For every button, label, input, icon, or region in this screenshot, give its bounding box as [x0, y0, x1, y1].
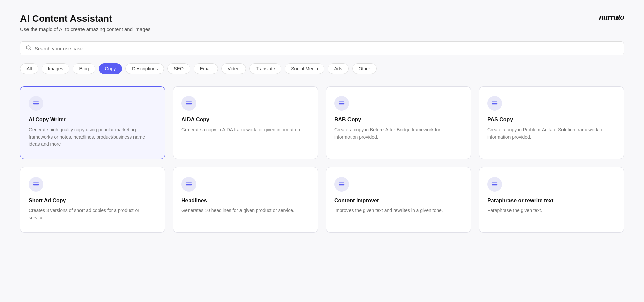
card-icon-headlines	[181, 177, 196, 192]
svg-rect-13	[492, 105, 498, 105]
filter-chip-images[interactable]: Images	[42, 63, 70, 74]
card-title-short-ad-copy: Short Ad Copy	[29, 198, 157, 204]
search-icon	[26, 45, 31, 52]
card-short-ad-copy[interactable]: Short Ad Copy Creates 3 versions of shor…	[20, 167, 165, 233]
filter-chip-all[interactable]: All	[20, 63, 38, 74]
search-input[interactable]	[35, 46, 618, 51]
svg-rect-6	[186, 103, 192, 104]
card-desc-aida-copy: Generate a copy in AIDA framework for gi…	[181, 126, 310, 134]
card-title-headlines: Headlines	[181, 198, 310, 204]
svg-rect-10	[339, 105, 345, 105]
filter-chip-social-media[interactable]: Social Media	[285, 63, 324, 74]
svg-rect-3	[33, 103, 39, 104]
card-bab-copy[interactable]: BAB Copy Create a copy in Before-After-B…	[326, 86, 471, 159]
card-aida-copy[interactable]: AIDA Copy Generate a copy in AIDA framew…	[173, 86, 318, 159]
card-icon-pas-copy	[487, 96, 502, 111]
card-desc-content-improver: Improves the given text and rewrites in …	[334, 207, 463, 214]
filter-bar: AllImagesBlogCopyDescriptionsSEOEmailVid…	[20, 63, 624, 74]
svg-rect-16	[33, 186, 39, 186]
card-title-paraphrase: Paraphrase or rewrite text	[487, 198, 615, 204]
cards-row-1: AI Copy Writer Generate high quality cop…	[20, 86, 624, 159]
svg-rect-9	[339, 103, 345, 104]
filter-chip-ads[interactable]: Ads	[328, 63, 348, 74]
logo: narrato	[599, 12, 624, 22]
svg-rect-11	[492, 102, 498, 102]
filter-chip-seo[interactable]: SEO	[167, 63, 190, 74]
card-desc-ai-copy-writer: Generate high quality copy using popular…	[29, 126, 157, 148]
search-bar	[20, 41, 624, 55]
card-paraphrase[interactable]: Paraphrase or rewrite text Paraphrase th…	[479, 167, 624, 233]
card-headlines[interactable]: Headlines Generates 10 headlines for a g…	[173, 167, 318, 233]
card-icon-paraphrase	[487, 177, 502, 192]
card-desc-headlines: Generates 10 headlines for a given produ…	[181, 207, 310, 214]
svg-rect-15	[33, 184, 39, 185]
svg-rect-25	[492, 186, 498, 186]
svg-rect-8	[339, 102, 345, 102]
svg-rect-24	[492, 184, 498, 185]
svg-rect-21	[339, 184, 345, 185]
svg-rect-5	[186, 102, 192, 102]
filter-chip-blog[interactable]: Blog	[73, 63, 95, 74]
card-title-ai-copy-writer: AI Copy Writer	[29, 117, 157, 123]
card-content-improver[interactable]: Content Improver Improves the given text…	[326, 167, 471, 233]
filter-chip-descriptions[interactable]: Descriptions	[125, 63, 164, 74]
card-title-pas-copy: PAS Copy	[487, 117, 615, 123]
filter-chip-copy[interactable]: Copy	[99, 63, 122, 74]
card-icon-bab-copy	[334, 96, 349, 111]
card-pas-copy[interactable]: PAS Copy Create a copy in Problem-Agitat…	[479, 86, 624, 159]
card-title-bab-copy: BAB Copy	[334, 117, 463, 123]
filter-chip-video[interactable]: Video	[221, 63, 246, 74]
svg-rect-2	[33, 102, 39, 102]
card-icon-ai-copy-writer	[29, 96, 43, 111]
card-ai-copy-writer[interactable]: AI Copy Writer Generate high quality cop…	[20, 86, 165, 159]
svg-rect-17	[186, 183, 192, 183]
svg-rect-7	[186, 105, 192, 105]
page-subtitle: Use the magic of AI to create amazing co…	[20, 26, 624, 32]
page-title: AI Content Assistant	[20, 13, 624, 24]
card-title-content-improver: Content Improver	[334, 198, 463, 204]
card-desc-pas-copy: Create a copy in Problem-Agitate-Solutio…	[487, 126, 615, 141]
svg-rect-19	[186, 186, 192, 186]
filter-chip-other[interactable]: Other	[352, 63, 377, 74]
filter-chip-email[interactable]: Email	[194, 63, 218, 74]
svg-rect-18	[186, 184, 192, 185]
card-desc-bab-copy: Create a copy in Before-After-Bridge fra…	[334, 126, 463, 141]
svg-rect-23	[492, 183, 498, 183]
svg-rect-20	[339, 183, 345, 183]
card-icon-short-ad-copy	[29, 177, 43, 192]
card-icon-aida-copy	[181, 96, 196, 111]
svg-line-1	[30, 49, 31, 50]
svg-rect-12	[492, 103, 498, 104]
card-title-aida-copy: AIDA Copy	[181, 117, 310, 123]
page-header: AI Content Assistant Use the magic of AI…	[20, 13, 624, 32]
cards-row-2: Short Ad Copy Creates 3 versions of shor…	[20, 167, 624, 233]
svg-rect-4	[33, 105, 39, 105]
svg-rect-14	[33, 183, 39, 183]
filter-chip-translate[interactable]: Translate	[249, 63, 281, 74]
card-icon-content-improver	[334, 177, 349, 192]
card-desc-short-ad-copy: Creates 3 versions of short ad copies fo…	[29, 207, 157, 221]
svg-rect-22	[339, 186, 345, 186]
card-desc-paraphrase: Paraphrase the given text.	[487, 207, 615, 214]
